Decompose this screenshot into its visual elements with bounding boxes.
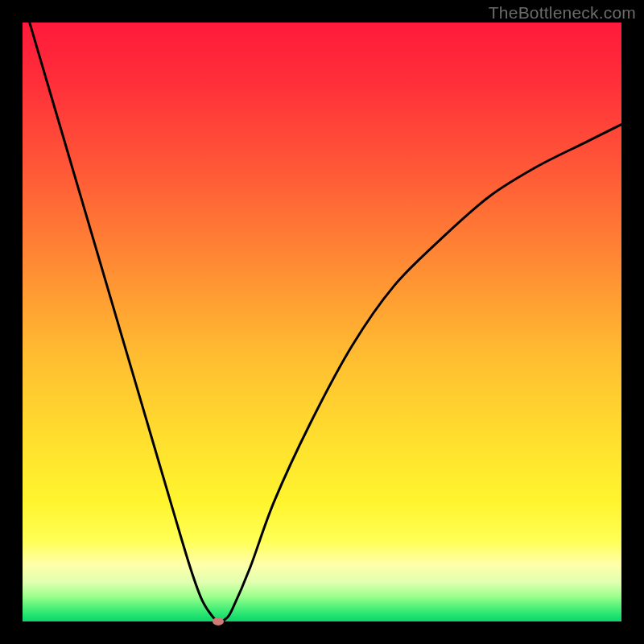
bottleneck-curve xyxy=(23,23,621,621)
optimal-marker xyxy=(213,617,224,625)
watermark-text: TheBottleneck.com xyxy=(489,3,636,23)
chart-frame xyxy=(23,23,621,621)
